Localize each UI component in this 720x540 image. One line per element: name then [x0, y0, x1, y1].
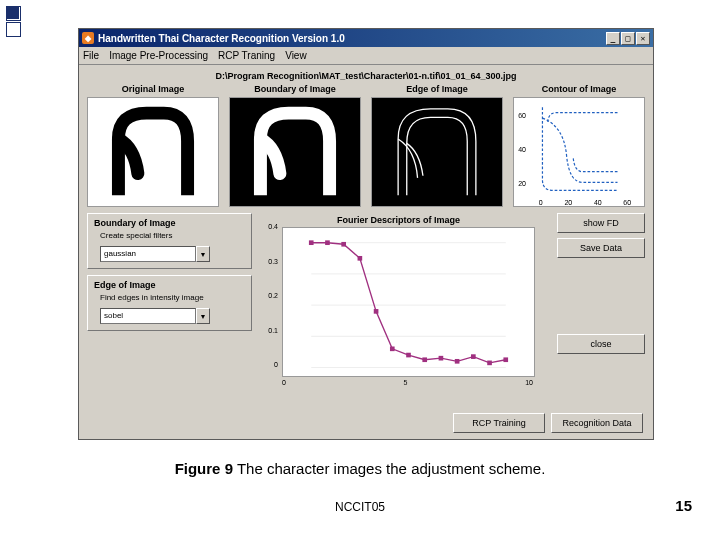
fourier-y-axis: 0 0.1 0.2 0.3 0.4: [260, 223, 278, 368]
menu-image-preprocessing[interactable]: Image Pre-Processing: [109, 50, 208, 61]
panel-boundary-title: Boundary of Image: [94, 218, 245, 228]
contour-x-axis: 0 20 40 60: [528, 199, 642, 206]
file-path-label: D:\Program Recognition\MAT_test\Characte…: [87, 71, 645, 81]
svg-rect-16: [487, 361, 492, 366]
svg-rect-8: [358, 256, 363, 261]
slide-bullet-decor: [6, 6, 19, 38]
contour-image: 20 40 60 0 20 40 60: [513, 97, 645, 207]
boundary-filter-value: gaussian: [100, 246, 196, 262]
recognition-data-button[interactable]: Recognition Data: [551, 413, 643, 433]
svg-rect-6: [325, 240, 330, 245]
original-image: [87, 97, 219, 207]
panel-edge-title: Edge of Image: [94, 280, 245, 290]
close-app-button[interactable]: close: [557, 334, 645, 354]
lower-row: Boundary of Image Create special filters…: [87, 213, 645, 388]
figure-label: Figure 9: [175, 460, 233, 477]
svg-rect-13: [439, 356, 444, 361]
edge-image: [371, 97, 503, 207]
titlebar: ◆ Handwritten Thai Character Recognition…: [79, 29, 653, 47]
figure-caption: Figure 9 The character images the adjust…: [0, 460, 720, 477]
image-row: Original Image Boundary of Image: [87, 84, 645, 207]
menu-file[interactable]: File: [83, 50, 99, 61]
boundary-image-title: Boundary of Image: [229, 84, 361, 94]
boundary-image-col: Boundary of Image: [229, 84, 361, 207]
fourier-chart-panel: Fourier Descriptors of Image 0 0.1 0.2 0…: [260, 213, 537, 388]
svg-rect-15: [471, 354, 476, 359]
contour-y-axis: 20 40 60: [514, 98, 528, 201]
fourier-x-axis: 0 5 10: [282, 379, 533, 386]
menu-view[interactable]: View: [285, 50, 307, 61]
svg-rect-10: [390, 346, 395, 351]
rcp-training-button[interactable]: RCP Training: [453, 413, 545, 433]
page-number: 15: [675, 497, 692, 514]
edge-image-title: Edge of Image: [371, 84, 503, 94]
svg-rect-7: [341, 242, 346, 247]
footer-text: NCCIT05: [0, 500, 720, 514]
edge-method-select[interactable]: sobel ▼: [100, 308, 210, 324]
panel-edge-sub: Find edges in intensity image: [100, 293, 245, 302]
minimize-button[interactable]: _: [606, 32, 620, 45]
menu-rcp-training[interactable]: RCP Traning: [218, 50, 275, 61]
boundary-filter-select[interactable]: gaussian ▼: [100, 246, 210, 262]
original-image-col: Original Image: [87, 84, 219, 207]
svg-rect-11: [406, 353, 411, 358]
svg-rect-14: [455, 359, 460, 364]
content-area: D:\Program Recognition\MAT_test\Characte…: [79, 65, 653, 439]
fourier-chart: [282, 227, 535, 377]
show-fd-button[interactable]: show FD: [557, 213, 645, 233]
panel-edge: Edge of Image Find edges in intensity im…: [87, 275, 252, 331]
svg-rect-9: [374, 309, 379, 314]
save-data-button[interactable]: Save Data: [557, 238, 645, 258]
edge-method-value: sobel: [100, 308, 196, 324]
app-icon: ◆: [82, 32, 94, 44]
svg-rect-17: [503, 357, 508, 362]
maximize-button[interactable]: □: [621, 32, 635, 45]
side-button-column: show FD Save Data close: [545, 213, 645, 354]
menubar[interactable]: File Image Pre-Processing RCP Traning Vi…: [79, 47, 653, 65]
contour-image-col: Contour of Image 20 40 60 0 20: [513, 84, 645, 207]
svg-rect-5: [309, 240, 314, 245]
panel-boundary: Boundary of Image Create special filters…: [87, 213, 252, 269]
figure-text: The character images the adjustment sche…: [233, 460, 545, 477]
chevron-down-icon[interactable]: ▼: [196, 308, 210, 324]
app-window: ◆ Handwritten Thai Character Recognition…: [78, 28, 654, 440]
original-image-title: Original Image: [87, 84, 219, 94]
bottom-button-row: RCP Training Recognition Data: [453, 413, 643, 433]
bullet-solid: [6, 6, 19, 19]
panel-boundary-sub: Create special filters: [100, 231, 245, 240]
fourier-chart-title: Fourier Descriptors of Image: [262, 215, 535, 225]
svg-rect-12: [422, 357, 427, 362]
bullet-outline: [6, 22, 19, 35]
edge-image-col: Edge of Image: [371, 84, 503, 207]
close-button[interactable]: ✕: [636, 32, 650, 45]
boundary-image: [229, 97, 361, 207]
contour-image-title: Contour of Image: [513, 84, 645, 94]
window-title: Handwritten Thai Character Recognition V…: [98, 33, 606, 44]
chevron-down-icon[interactable]: ▼: [196, 246, 210, 262]
